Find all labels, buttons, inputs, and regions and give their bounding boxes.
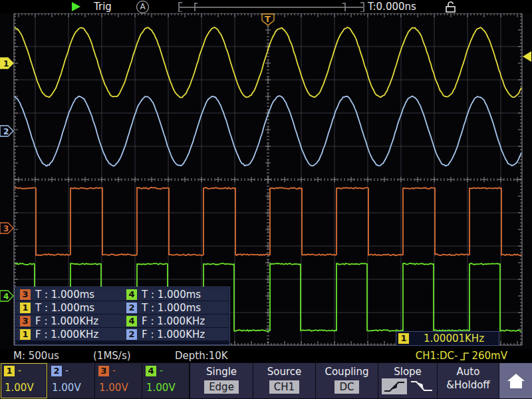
ch4-badge: 4 bbox=[146, 366, 156, 376]
ch1-badge: 1 bbox=[4, 366, 15, 376]
top-status-bar: Trig A T:0.000ns bbox=[0, 0, 532, 13]
sample-rate-readout: (1MS/s) bbox=[93, 350, 131, 362]
measurement-ch2-frequency: 2F : 1.000KHz bbox=[122, 328, 229, 340]
measurement-row: 1F : 1.000KHz 2F : 1.000KHz bbox=[16, 328, 229, 340]
measurement-ch2-period: 2T : 1.000ms bbox=[122, 301, 229, 314]
trigger-readout: CH1:DC- 260mV bbox=[416, 350, 507, 362]
edge-chip: Edge bbox=[204, 380, 239, 394]
measurement-ch4-frequency: 4F : 1.000KHz bbox=[122, 315, 229, 327]
rising-edge-icon bbox=[460, 351, 469, 361]
coupling-chip: DC bbox=[334, 380, 358, 394]
measurement-row: 1T : 1.000ms 2T : 1.000ms bbox=[16, 301, 229, 314]
channel-1-box[interactable]: 1 - 1.00V bbox=[1, 363, 47, 398]
channel-4-box[interactable]: 4 - 1.00V bbox=[142, 363, 189, 398]
horizontal-position-scale[interactable] bbox=[174, 0, 368, 12]
trigger-time-offset: T:0.000ns bbox=[368, 1, 416, 13]
ch4-badge: 4 bbox=[126, 289, 137, 300]
home-button[interactable] bbox=[499, 363, 532, 398]
measurement-ch1-period: 1T : 1.000ms bbox=[16, 301, 122, 314]
ch1-coupling: - bbox=[18, 365, 21, 376]
channel-2-box[interactable]: 2 - 1.00V bbox=[48, 363, 94, 398]
svg-text:3: 3 bbox=[3, 224, 9, 233]
trigger-level-value: 260mV bbox=[471, 350, 507, 362]
measurement-row: 3T : 1.000ms 4T : 1.000ms bbox=[16, 288, 229, 301]
svg-text:4: 4 bbox=[3, 292, 9, 301]
home-icon bbox=[506, 372, 526, 390]
ch2-coupling: - bbox=[65, 365, 68, 376]
source-chip: CH1 bbox=[269, 380, 299, 394]
ch3-scale: 1.00V bbox=[99, 382, 128, 394]
slope-edge-icons bbox=[380, 378, 435, 395]
timebase-readout: M: 500us bbox=[13, 350, 59, 362]
oscilloscope-screen: 1234T Trig A T:0.000ns 3T : 1.000ms 4T :… bbox=[0, 0, 532, 399]
menu-coupling-button[interactable]: Coupling DC bbox=[316, 363, 378, 398]
frequency-counter: 1 1.00001KHz bbox=[396, 331, 499, 346]
run-play-icon[interactable] bbox=[72, 2, 80, 11]
ch4-coupling: - bbox=[160, 365, 163, 376]
bottom-status-bar: M: 500us (1MS/s) Depth:10K CH1:DC- 260mV bbox=[0, 349, 532, 362]
measurement-ch4-period: 4T : 1.000ms bbox=[122, 288, 229, 301]
ch3-coupling: - bbox=[112, 365, 116, 376]
svg-text:1: 1 bbox=[3, 59, 9, 68]
menu-single-edge-button[interactable]: Single Edge bbox=[190, 363, 253, 398]
bottom-menu-bar: 1 - 1.00V 2 - 1.00V 3 - 1.00V 4 - 1.00V … bbox=[0, 362, 532, 399]
menu-auto-holdoff-button[interactable]: Auto &Holdoff bbox=[438, 363, 499, 398]
ch2-badge: 2 bbox=[126, 303, 137, 313]
memory-depth-readout: Depth:10K bbox=[175, 350, 228, 362]
svg-text:T: T bbox=[265, 14, 271, 24]
menu-slope-button[interactable]: Slope bbox=[378, 363, 437, 398]
channel-3-box[interactable]: 3 - 1.00V bbox=[95, 363, 142, 398]
unlocked-padlock-icon[interactable] bbox=[444, 1, 458, 13]
ch1-badge: 1 bbox=[398, 333, 409, 344]
trigger-source-coupling: CH1:DC- bbox=[416, 350, 458, 362]
ch1-badge: 1 bbox=[20, 303, 31, 313]
ch3-badge: 3 bbox=[20, 316, 31, 327]
measurement-ch3-period: 3T : 1.000ms bbox=[16, 288, 122, 301]
ch2-badge: 2 bbox=[51, 366, 62, 376]
ch2-badge: 2 bbox=[126, 329, 137, 340]
auto-trigger-icon: A bbox=[136, 1, 149, 13]
ch4-badge: 4 bbox=[126, 316, 137, 327]
measurement-row: 3F : 1.000KHz 4F : 1.000KHz bbox=[16, 315, 229, 327]
measurement-ch3-frequency: 3F : 1.000KHz bbox=[16, 315, 122, 327]
svg-text:2: 2 bbox=[3, 127, 9, 136]
frequency-counter-value: 1.00001KHz bbox=[424, 332, 484, 344]
ch3-badge: 3 bbox=[98, 366, 109, 376]
ch2-scale: 1.00V bbox=[52, 382, 81, 394]
measurement-panel: 3T : 1.000ms 4T : 1.000ms 1T : 1.000ms 2… bbox=[15, 287, 230, 345]
ch4-scale: 1.00V bbox=[146, 382, 176, 394]
ch3-badge: 3 bbox=[20, 289, 31, 300]
trig-label: Trig bbox=[94, 1, 112, 13]
measurement-ch1-frequency: 1F : 1.000KHz bbox=[16, 328, 122, 340]
ch1-scale: 1.00V bbox=[5, 382, 34, 394]
menu-source-button[interactable]: Source CH1 bbox=[253, 363, 315, 398]
ch1-badge: 1 bbox=[20, 329, 31, 340]
